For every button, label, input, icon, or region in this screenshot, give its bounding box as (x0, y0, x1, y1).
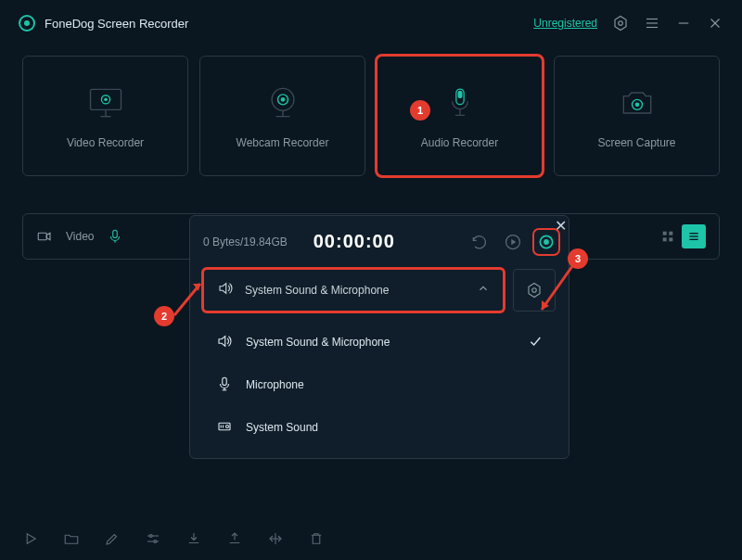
svg-point-10 (104, 98, 108, 102)
camera-icon (617, 83, 658, 123)
mode-webcam-recorder[interactable]: Webcam Recorder (199, 56, 365, 176)
convert-button[interactable] (267, 530, 284, 547)
mode-label: Audio Recorder (421, 136, 498, 149)
svg-rect-17 (457, 91, 462, 98)
svg-point-44 (226, 425, 229, 427)
folder-button[interactable] (63, 530, 80, 547)
close-button[interactable] (707, 15, 723, 32)
audio-source-dropdown: System Sound & Microphone Microphone Sys… (203, 321, 556, 449)
mode-label: Screen Capture (597, 136, 675, 149)
option-microphone[interactable]: Microphone (203, 363, 556, 406)
microphone-icon (216, 375, 233, 395)
microphone-icon (440, 83, 480, 123)
svg-point-1 (619, 21, 623, 26)
mode-label: Webcam Recorder (237, 136, 329, 149)
annotation-marker-2: 2 (154, 306, 174, 326)
svg-rect-23 (113, 230, 118, 237)
speaker-icon (217, 280, 234, 300)
panel-close-icon[interactable]: ✕ (555, 217, 731, 235)
option-label: Microphone (246, 378, 304, 391)
timer-text: 00:00:00 (313, 231, 395, 252)
mode-label: Video Recorder (67, 136, 144, 149)
play-button[interactable] (22, 530, 39, 547)
svg-point-15 (280, 97, 285, 102)
sliders-button[interactable] (145, 530, 161, 547)
annotation-arrow-2 (173, 269, 210, 321)
unregistered-link[interactable]: Unregistered (533, 17, 597, 30)
svg-line-52 (174, 284, 200, 315)
svg-point-35 (544, 239, 549, 245)
svg-rect-27 (663, 237, 667, 241)
edit-button[interactable] (104, 530, 121, 547)
export-button[interactable] (226, 530, 243, 547)
option-label: System Sound & Microphone (246, 336, 390, 349)
app-logo-icon (19, 15, 35, 32)
menu-icon[interactable] (644, 15, 660, 32)
annotation-marker-3: 3 (568, 248, 588, 269)
record-icon[interactable] (537, 233, 556, 251)
svg-rect-22 (38, 233, 46, 240)
svg-rect-38 (223, 377, 227, 385)
bottom-toolbar (22, 530, 720, 547)
video-camera-icon[interactable] (36, 228, 53, 245)
svg-marker-33 (511, 238, 516, 245)
option-label: System Sound (246, 421, 318, 434)
audio-source-select[interactable]: System Sound & Microphone (203, 269, 504, 312)
annotation-marker-1: 1 (410, 100, 430, 121)
svg-marker-0 (615, 17, 626, 31)
svg-marker-45 (27, 534, 35, 544)
option-system-and-mic[interactable]: System Sound & Microphone (203, 321, 556, 363)
undo-icon[interactable] (470, 233, 489, 251)
mode-video-recorder[interactable]: Video Recorder (22, 56, 188, 176)
svg-point-21 (634, 103, 639, 108)
svg-rect-28 (669, 237, 672, 241)
mode-screen-capture[interactable]: Screen Capture (554, 56, 720, 176)
option-system-sound[interactable]: System Sound (203, 406, 556, 449)
storage-text: 0 Bytes/19.84GB (203, 235, 288, 248)
settings-gear-icon[interactable] (612, 15, 629, 32)
import-button[interactable] (186, 530, 202, 547)
play-icon[interactable] (504, 233, 522, 251)
monitor-icon (85, 83, 126, 123)
audio-settings-panel: 0 Bytes/19.84GB 00:00:00 System Sound & … (189, 215, 569, 459)
speaker-icon (216, 333, 233, 352)
mode-audio-recorder[interactable]: Audio Recorder (377, 56, 543, 176)
trash-button[interactable] (308, 530, 325, 547)
microphone-small-icon[interactable] (107, 228, 123, 245)
webcam-icon (262, 83, 303, 123)
minimize-button[interactable] (675, 15, 692, 32)
video-label: Video (66, 230, 94, 243)
check-icon (528, 334, 543, 351)
app-title: FoneDog Screen Recorder (45, 17, 188, 31)
selected-audio-text: System Sound & Microphone (245, 284, 389, 297)
soundcard-icon (216, 418, 233, 438)
chevron-up-icon (477, 282, 490, 299)
